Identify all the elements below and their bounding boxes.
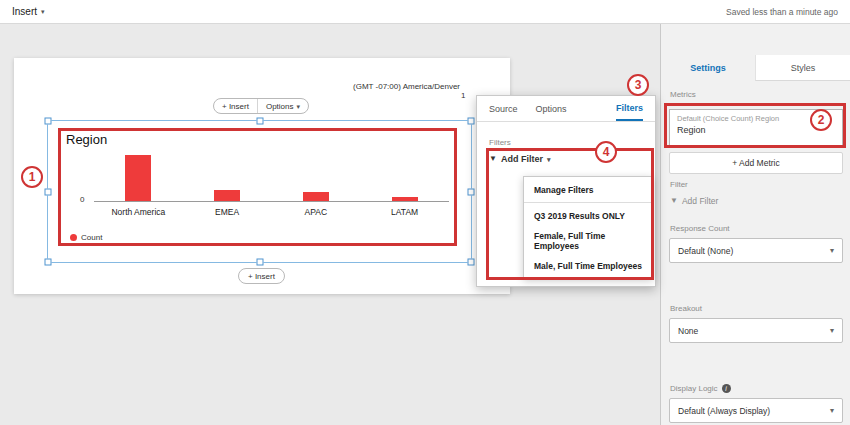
insert-below-button[interactable]: + Insert: [238, 268, 285, 284]
breakout-select[interactable]: None ▾: [669, 318, 843, 343]
chart-legend: Count: [70, 233, 102, 242]
info-icon[interactable]: i: [722, 384, 731, 393]
bar-emea: [214, 190, 240, 201]
floating-panel-tabs: Source Options Filters: [477, 96, 655, 122]
bar-column: [94, 150, 183, 201]
selection-handle[interactable]: [256, 118, 263, 125]
chevron-down-icon: ▾: [830, 407, 834, 415]
report-page[interactable]: (GMT -07:00) America/Denver 1 + Insert O…: [14, 58, 510, 294]
display-logic-label: Display Logic i: [670, 384, 731, 393]
timezone-label: (GMT -07:00) America/Denver: [353, 82, 460, 91]
legend-dot-icon: [70, 234, 77, 241]
response-count-label: Response Count: [670, 224, 730, 233]
selection-handle[interactable]: [468, 188, 475, 195]
selection-handle[interactable]: [468, 118, 475, 125]
bar-column: [183, 150, 272, 201]
category-label: LATAM: [360, 207, 449, 217]
bar-latam: [392, 197, 418, 201]
chart-plot: [94, 150, 449, 202]
settings-sidebar: Settings Styles Metrics Default (Choice …: [660, 24, 850, 425]
annotation-circle-4: 4: [595, 141, 617, 163]
insert-below-label: + Insert: [248, 272, 275, 281]
tab-styles[interactable]: Styles: [755, 55, 850, 81]
annotation-circle-2: 2: [810, 109, 832, 131]
insert-menu[interactable]: Insert ▾: [12, 6, 45, 17]
filter-section-label: Filter: [670, 180, 688, 189]
display-logic-label-text: Display Logic: [670, 384, 718, 393]
menu-item-manage-filters[interactable]: Manage Filters: [524, 177, 652, 202]
floating-filter-panel: Source Options Filters Filters ▼ Add Fil…: [476, 95, 656, 287]
chevron-down-icon: ▾: [830, 247, 834, 255]
selection-handle[interactable]: [256, 259, 263, 266]
chevron-down-icon: ▾: [830, 327, 834, 335]
metrics-section-label: Metrics: [670, 90, 696, 99]
widget-options-button[interactable]: Options ▾: [257, 99, 308, 113]
add-filter-label: Add Filter: [501, 154, 543, 164]
app-window: Insert ▾ Saved less than a minute ago (G…: [0, 0, 850, 425]
report-canvas: (GMT -07:00) America/Denver 1 + Insert O…: [0, 24, 660, 425]
category-label: APAC: [272, 207, 361, 217]
insert-menu-label: Insert: [12, 6, 37, 17]
menu-item-q3-results[interactable]: Q3 2019 Results ONLY: [524, 203, 652, 228]
chevron-down-icon: ▾: [296, 103, 300, 110]
selection-handle[interactable]: [45, 118, 52, 125]
add-metric-button[interactable]: + Add Metric: [669, 152, 843, 174]
bar-column: [272, 150, 361, 201]
response-count-select[interactable]: Default (None) ▾: [669, 238, 843, 263]
tab-source[interactable]: Source: [489, 96, 518, 121]
chevron-down-icon: ▾: [547, 156, 551, 163]
chevron-down-icon: ▾: [41, 8, 45, 15]
annotation-circle-3: 3: [627, 74, 649, 96]
menu-item-female-fte[interactable]: Female, Full Time Employees: [524, 228, 652, 253]
filter-funnel-icon: ▼: [489, 155, 497, 163]
selection-handle[interactable]: [45, 188, 52, 195]
page-marker: 1: [461, 91, 465, 100]
selection-handle[interactable]: [45, 259, 52, 266]
bar-apac: [303, 192, 329, 201]
sidebar-tabs: Settings Styles: [661, 55, 850, 81]
filter-funnel-icon: ▼: [670, 197, 678, 205]
widget-options-label: Options: [266, 102, 294, 111]
response-count-value: Default (None): [678, 246, 733, 256]
sidebar-add-filter-label: Add Filter: [682, 196, 718, 206]
tab-settings[interactable]: Settings: [661, 55, 755, 81]
menu-item-male-fte[interactable]: Male, Full Time Employees: [524, 253, 652, 278]
chart-title: Region: [66, 132, 107, 147]
top-menubar: Insert ▾ Saved less than a minute ago: [0, 0, 850, 24]
bar-column: [360, 150, 449, 201]
widget-toolbar: + Insert Options ▾: [213, 98, 309, 114]
annotation-circle-1: 1: [21, 166, 43, 188]
add-filter-menu: Manage Filters Q3 2019 Results ONLY Fema…: [523, 176, 653, 279]
bar-north-america: [125, 155, 151, 201]
filters-section-label: Filters: [489, 138, 511, 147]
widget-insert-label: + Insert: [222, 102, 249, 111]
tab-filters[interactable]: Filters: [616, 96, 643, 121]
legend-label: Count: [81, 233, 102, 242]
selection-handle[interactable]: [468, 259, 475, 266]
display-logic-value: Default (Always Display): [678, 406, 770, 416]
sidebar-add-filter-button[interactable]: ▼ Add Filter: [670, 196, 718, 206]
category-label: EMEA: [183, 207, 272, 217]
widget-insert-button[interactable]: + Insert: [214, 99, 257, 113]
y-axis-tick-label: 0: [80, 195, 84, 204]
add-filter-dropdown[interactable]: ▼ Add Filter ▾: [489, 154, 550, 164]
display-logic-select[interactable]: Default (Always Display) ▾: [669, 398, 843, 423]
category-label: North America: [94, 207, 183, 217]
save-status: Saved less than a minute ago: [726, 7, 838, 17]
add-metric-label: + Add Metric: [732, 158, 779, 168]
tab-options[interactable]: Options: [536, 96, 567, 121]
breakout-value: None: [678, 326, 698, 336]
breakout-label: Breakout: [670, 304, 702, 313]
selected-chart-widget[interactable]: Region 0 North AmericaEMEAAPACLATAM Coun…: [47, 120, 472, 263]
chart-category-labels: North AmericaEMEAAPACLATAM: [94, 207, 449, 217]
